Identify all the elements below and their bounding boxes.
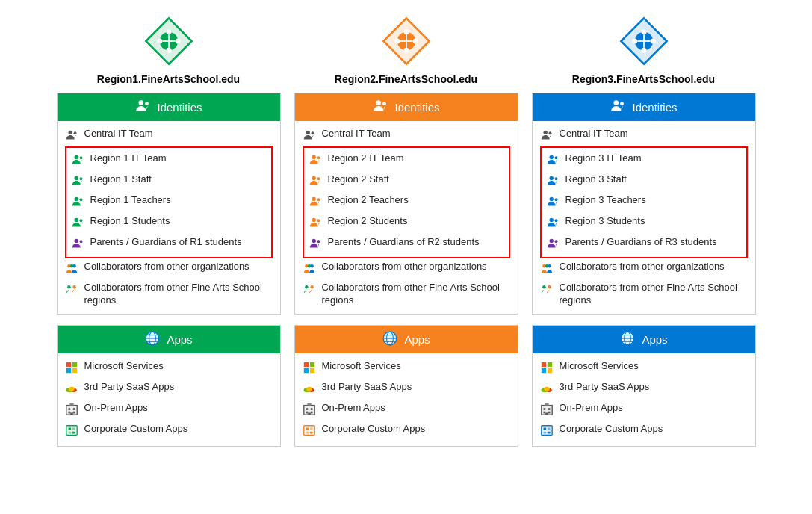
svg-point-124	[554, 219, 557, 222]
svg-point-64	[311, 131, 314, 134]
apps-body-3: Microsoft Services3rd Party SaaS AppsOn-…	[533, 353, 755, 446]
svg-point-126	[554, 240, 557, 243]
region-logo-1	[143, 15, 195, 67]
svg-rect-48	[68, 427, 71, 430]
team-icon	[546, 216, 561, 232]
people-icon	[610, 98, 626, 117]
collab-item-label: Collaborators from other organizations	[322, 261, 487, 273]
apps-box-2: AppsMicrosoft Services3rd Party SaaS App…	[294, 325, 518, 447]
collab-icon	[65, 261, 80, 277]
svg-rect-103	[309, 432, 312, 434]
app-icon	[65, 382, 80, 397]
svg-rect-95	[306, 411, 308, 413]
central-it-team-label: Central IT Team	[84, 128, 153, 140]
svg-point-26	[67, 285, 71, 289]
svg-rect-47	[66, 425, 76, 435]
svg-rect-42	[72, 408, 75, 410]
collab-item: Collaborators from other Fine Arts Schoo…	[540, 279, 748, 309]
app-icon	[540, 382, 555, 397]
svg-point-77	[310, 264, 314, 268]
app-item: Microsoft Services	[303, 358, 510, 379]
svg-rect-152	[543, 427, 546, 430]
app-icon	[65, 403, 80, 418]
svg-rect-36	[72, 368, 76, 373]
region-team-item: Parents / Guardians of R3 students	[546, 234, 742, 255]
app-item: 3rd Party SaaS Apps	[65, 379, 273, 400]
team-icon	[546, 195, 561, 211]
app-item-label: Corporate Custom Apps	[322, 423, 426, 436]
app-item: On-Prem Apps	[303, 400, 510, 421]
team-item-label: Region 3 Teachers	[565, 194, 646, 207]
people-dark-icon	[65, 128, 80, 144]
team-icon	[71, 237, 86, 253]
region-column-1: Region1.FineArtsSchool.eduIdentitiesCent…	[57, 15, 281, 457]
team-icon	[546, 174, 561, 190]
app-icon	[540, 361, 555, 377]
region-column-3: Region3.FineArtsSchool.eduIdentitiesCent…	[532, 15, 756, 457]
team-icon	[309, 195, 323, 211]
app-icon	[303, 361, 317, 377]
svg-point-114	[621, 102, 625, 105]
team-icon	[71, 174, 86, 190]
region-team-item: Region 2 Staff	[309, 171, 504, 192]
team-icon	[546, 237, 561, 253]
collab-item-label: Collaborators from other organizations	[84, 261, 250, 273]
svg-point-109	[632, 39, 637, 44]
svg-point-6	[175, 39, 180, 44]
svg-rect-49	[72, 427, 75, 430]
app-item: On-Prem Apps	[65, 400, 273, 421]
svg-rect-98	[307, 403, 311, 406]
svg-rect-94	[310, 408, 312, 410]
svg-point-27	[72, 285, 76, 289]
identities-header-2: Identities	[295, 93, 518, 121]
svg-point-125	[549, 239, 553, 243]
svg-point-71	[312, 218, 315, 222]
svg-point-18	[79, 198, 82, 201]
svg-rect-100	[306, 427, 309, 430]
region-team-item: Region 2 IT Team	[309, 150, 504, 171]
collab-item: Collaborators from other Fine Arts Schoo…	[303, 279, 510, 309]
region-team-item: Region 3 Teachers	[546, 192, 742, 213]
svg-rect-96	[310, 411, 312, 413]
collab-item-label: Collaborators from other Fine Arts Schoo…	[560, 282, 748, 307]
svg-point-122	[554, 198, 557, 201]
svg-point-65	[312, 155, 315, 159]
svg-point-12	[73, 131, 76, 134]
svg-rect-45	[70, 412, 73, 415]
app-item-label: On-Prem Apps	[560, 402, 623, 415]
svg-point-5	[157, 39, 162, 44]
collab-item: Collaborators from other Fine Arts Schoo…	[65, 279, 273, 309]
app-icon	[540, 403, 555, 418]
svg-rect-138	[547, 362, 551, 367]
identities-box-3: IdentitiesCentral IT TeamRegion 3 IT Tea…	[532, 93, 756, 315]
svg-point-58	[412, 39, 418, 44]
svg-rect-99	[303, 425, 314, 435]
team-icon	[309, 216, 323, 232]
svg-point-123	[549, 218, 553, 222]
region-column-2: Region2.FineArtsSchool.eduIdentitiesCent…	[294, 15, 518, 457]
app-item: Microsoft Services	[540, 358, 748, 379]
svg-point-131	[548, 285, 551, 289]
svg-point-67	[312, 176, 315, 180]
region-team-item: Region 2 Students	[309, 213, 504, 234]
region-team-item: Region 3 Students	[546, 213, 742, 234]
svg-point-55	[403, 29, 409, 34]
region-logo-3	[618, 15, 670, 67]
app-icon	[303, 382, 317, 397]
region-title-2: Region2.FineArtsSchool.edu	[335, 73, 477, 85]
team-icon	[71, 216, 86, 232]
svg-point-143	[544, 387, 550, 391]
collab-item-label: Collaborators from other Fine Arts Schoo…	[322, 282, 510, 307]
team-item-label: Region 2 Teachers	[328, 194, 409, 207]
app-item-label: 3rd Party SaaS Apps	[84, 381, 175, 394]
svg-point-69	[312, 197, 315, 201]
svg-point-72	[317, 219, 320, 222]
svg-point-108	[641, 48, 646, 53]
svg-point-119	[549, 176, 553, 180]
team-item-label: Region 3 IT Team	[565, 152, 642, 165]
svg-rect-86	[309, 362, 314, 367]
svg-rect-139	[541, 368, 545, 373]
globe-icon	[144, 330, 161, 349]
team-item-label: Region 1 IT Team	[90, 152, 167, 165]
people-icon	[372, 98, 388, 117]
